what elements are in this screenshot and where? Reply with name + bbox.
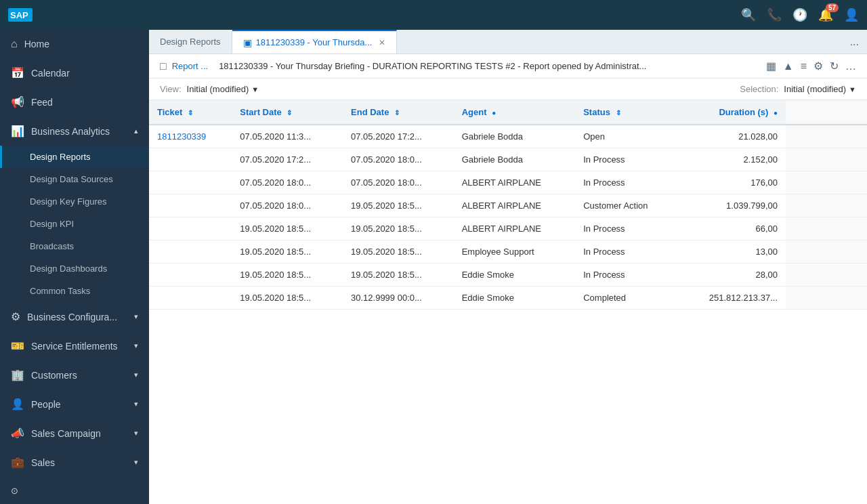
sidebar-item-sales-campaign[interactable]: 📣 Sales Campaign ▾ <box>0 419 149 448</box>
refresh-icon[interactable]: ↻ <box>830 60 839 72</box>
sales-icon: 💼 <box>11 456 24 469</box>
table-row: 07.05.2020 17:2...07.05.2020 18:0...Gabr… <box>149 148 867 171</box>
selection-dropdown-icon[interactable]: ▼ <box>849 85 856 93</box>
sidebar-subitem-design-key-figures[interactable]: Design Key Figures <box>0 190 149 213</box>
notification-badge: 57 <box>826 3 839 12</box>
table-row: 19.05.2020 18:5...19.05.2020 18:5...Empl… <box>149 240 867 264</box>
sidebar-item-sales[interactable]: 💼 Sales ▾ <box>0 448 149 477</box>
filter-icon[interactable]: ▲ <box>783 60 794 72</box>
cell-extra <box>786 287 867 310</box>
data-table-container: Ticket ⇕ Start Date ⇕ End Date ⇕ Agent <box>149 100 867 504</box>
cell-ticket <box>149 287 232 310</box>
sidebar-bottom-icon[interactable]: ⊙ <box>0 478 149 504</box>
table-header-row: Ticket ⇕ Start Date ⇕ End Date ⇕ Agent <box>149 100 867 125</box>
cell-duration: 21.028,00 <box>678 125 786 148</box>
cell-status: In Process <box>575 148 678 171</box>
sidebar-item-people[interactable]: 👤 People ▾ <box>0 390 149 419</box>
chevron-up-icon: ▴ <box>134 127 138 135</box>
settings-icon[interactable]: ≡ <box>801 60 807 72</box>
tab-close-button[interactable]: ✕ <box>379 38 385 47</box>
col-status-label: Status <box>583 107 610 117</box>
tab-design-reports-label: Design Reports <box>160 37 221 47</box>
col-agent[interactable]: Agent ● <box>454 100 576 125</box>
cell-status: Open <box>575 125 678 148</box>
data-table: Ticket ⇕ Start Date ⇕ End Date ⇕ Agent <box>149 100 867 310</box>
sidebar-item-feed[interactable]: 📢 Feed <box>0 87 149 117</box>
table-icon[interactable]: ▦ <box>766 60 776 72</box>
table-row: 19.05.2020 18:5...30.12.9999 00:0...Eddi… <box>149 287 867 310</box>
sidebar-item-business-config[interactable]: ⚙ Business Configura... ▾ <box>0 302 149 331</box>
cell-extra <box>786 148 867 171</box>
sidebar-subitem-design-kpi[interactable]: Design KPI <box>0 213 149 235</box>
col-ticket[interactable]: Ticket ⇕ <box>149 100 232 125</box>
sidebar-subitem-design-reports[interactable]: Design Reports <box>0 146 149 168</box>
sidebar-item-calendar-label: Calendar <box>31 68 70 79</box>
cell-start-date: 07.05.2020 11:3... <box>232 125 343 148</box>
tab-ticket-report[interactable]: ▣ 1811230339 - Your Thursda... ✕ <box>232 30 398 54</box>
selection-label: Selection: <box>740 84 778 94</box>
cell-duration: 1.039.799,00 <box>678 194 786 217</box>
sidebar-subitem-design-data-sources[interactable]: Design Data Sources <box>0 168 149 190</box>
cell-end-date: 07.05.2020 18:0... <box>343 148 454 171</box>
tab-overflow-button[interactable]: ... <box>842 36 867 48</box>
search-icon[interactable]: 🔍 <box>741 7 756 22</box>
sidebar-item-home[interactable]: ⌂ Home <box>0 30 149 58</box>
cell-start-date: 07.05.2020 18:0... <box>232 194 343 217</box>
col-duration[interactable]: Duration (s) ● <box>678 100 786 125</box>
cell-duration: 2.152,00 <box>678 148 786 171</box>
cell-extra <box>786 125 867 148</box>
col-extra <box>786 100 867 125</box>
cell-start-date: 07.05.2020 18:0... <box>232 171 343 194</box>
tab-design-reports[interactable]: Design Reports <box>149 30 232 54</box>
sidebar-item-business-analytics[interactable]: 📊 Business Analytics ▴ <box>0 117 149 146</box>
sidebar-item-people-label: People <box>31 399 61 410</box>
sidebar-item-customers[interactable]: 🏢 Customers ▾ <box>0 360 149 390</box>
notification-icon[interactable]: 🔔 57 <box>818 7 833 22</box>
sort-start-icon[interactable]: ⇕ <box>287 109 292 117</box>
cell-end-date: 07.05.2020 18:0... <box>343 171 454 194</box>
cell-ticket <box>149 171 232 194</box>
cell-end-date: 30.12.9999 00:0... <box>343 287 454 310</box>
phone-icon[interactable]: 📞 <box>767 7 782 22</box>
col-status[interactable]: Status ⇕ <box>575 100 678 125</box>
sidebar-item-analytics-label: Business Analytics <box>31 126 110 137</box>
feed-icon: 📢 <box>11 96 24 108</box>
cell-duration: 13,00 <box>678 240 786 264</box>
cell-end-date: 19.05.2020 18:5... <box>343 217 454 240</box>
cell-end-date: 19.05.2020 18:5... <box>343 240 454 264</box>
breadcrumb[interactable]: Report ... <box>172 61 208 71</box>
sidebar-subitem-broadcasts[interactable]: Broadcasts <box>0 235 149 257</box>
cell-extra <box>786 240 867 264</box>
sidebar-item-calendar[interactable]: 📅 Calendar <box>0 58 149 87</box>
cell-start-date: 19.05.2020 18:5... <box>232 264 343 287</box>
cell-duration: 251.812.213.37... <box>678 287 786 310</box>
cell-status: In Process <box>575 171 678 194</box>
sort-end-icon[interactable]: ⇕ <box>394 109 400 117</box>
sidebar-item-service-entitlements[interactable]: 🎫 Service Entitlements ▾ <box>0 331 149 360</box>
sort-status-icon[interactable]: ⇕ <box>616 109 621 117</box>
table-row: 19.05.2020 18:5...19.05.2020 18:5...ALBE… <box>149 217 867 240</box>
col-end-date[interactable]: End Date ⇕ <box>343 100 454 125</box>
col-start-date[interactable]: Start Date ⇕ <box>232 100 343 125</box>
sort-agent-icon[interactable]: ● <box>492 109 496 117</box>
view-value: Initial (modified) ▼ <box>187 84 259 94</box>
sidebar-subitem-design-dashboards[interactable]: Design Dashboards <box>0 257 149 280</box>
sort-ticket-icon[interactable]: ⇕ <box>188 109 193 117</box>
report-grid-icon: □ <box>160 60 167 72</box>
cell-ticket <box>149 217 232 240</box>
sap-logo[interactable]: SAP <box>8 8 33 22</box>
cell-ticket <box>149 240 232 264</box>
sidebar-item-config-label: Business Configura... <box>27 312 117 322</box>
sidebar-subitem-common-tasks[interactable]: Common Tasks <box>0 280 149 302</box>
cell-agent: Gabriele Bodda <box>454 125 576 148</box>
more-icon[interactable]: … <box>845 60 856 72</box>
cell-agent: Gabriele Bodda <box>454 148 576 171</box>
col-ticket-label: Ticket <box>157 107 182 117</box>
user-icon[interactable]: 👤 <box>844 7 859 22</box>
sort-duration-icon[interactable]: ● <box>774 109 778 117</box>
cell-status: In Process <box>575 240 678 264</box>
view-dropdown-icon[interactable]: ▼ <box>251 85 259 93</box>
clock-icon[interactable]: 🕐 <box>792 7 807 22</box>
gear-icon[interactable]: ⚙ <box>813 60 823 72</box>
sidebar-item-sales-label: Sales <box>31 457 55 468</box>
